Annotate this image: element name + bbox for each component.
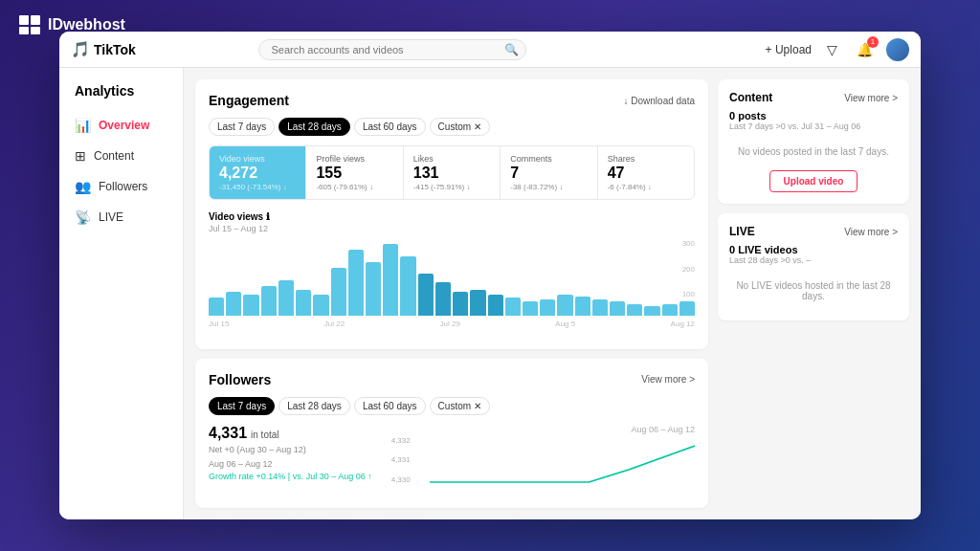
live-videos-count: 0 LIVE videos [729,244,898,255]
content-no-data: No videos posted in the last 7 days. [729,139,898,165]
content-view-more[interactable]: View more > [844,93,898,103]
followers-panel: Followers View more > Last 7 days Last 2… [195,359,708,508]
bar-7 [331,268,346,316]
bar-9 [366,262,381,316]
filter-custom[interactable]: Custom ✕ [430,118,490,136]
bar-13 [435,282,451,316]
live-panel-header: LIVE View more > [729,225,898,238]
bar-8 [348,250,364,316]
bar-19 [540,299,555,317]
content-posts-count: 0 posts [729,110,898,121]
content-label: Content [94,149,134,163]
content-icon: ⊞ [75,148,86,164]
bar-16 [488,295,503,317]
live-label: LIVE [99,210,123,224]
stat-shares: Shares 47 -6 (-7.84%) ↓ [598,146,694,199]
sidebar: Analytics 📊 Overview ⊞ Content 👥 Followe… [59,68,184,519]
followers-chart [430,436,695,484]
stat-comments: Comments 7 -38 (-83.72%) ↓ [501,146,597,199]
stat-likes-change: -415 (-75.91%) ↓ [413,183,490,191]
stat-comments-value: 7 [510,165,587,181]
overview-icon: 📊 [75,118,91,133]
followers-y-4332: 4,332 [391,436,411,445]
stat-comments-change: -38 (-83.72%) ↓ [510,183,587,191]
search-bar: 🔍 [258,39,526,60]
search-icon: 🔍 [504,43,519,56]
bar-5 [296,290,311,317]
y-labels: 300 200 100 [682,239,695,316]
stat-likes-label: Likes [413,154,490,164]
x-label-5: Aug 12 [671,320,695,328]
bar-25 [644,306,659,316]
bar-1 [226,292,241,316]
stat-comments-label: Comments [510,154,587,164]
bar-26 [662,304,678,317]
x-labels: Jul 15 Jul 22 Jul 29 Aug 5 Aug 12 [209,320,695,328]
chart-subtitle: Jul 15 – Aug 12 [209,224,695,233]
sidebar-item-content[interactable]: ⊞ Content [59,141,183,171]
engagement-header: Engagement ↓ Download data [209,93,695,108]
followers-view-more[interactable]: View more > [641,374,695,385]
stat-video-views-change: -31,450 (-73.54%) ↓ [219,183,296,191]
bar-24 [627,304,642,317]
bar-22 [592,299,608,317]
sidebar-item-followers[interactable]: 👥 Followers [59,171,183,202]
bar-0 [209,298,224,316]
download-link[interactable]: ↓ Download data [624,96,696,106]
search-input[interactable] [258,39,526,60]
bar-11 [400,256,415,317]
stat-shares-value: 47 [608,165,684,181]
notification-btn[interactable]: 🔔 1 [854,38,877,61]
live-panel-title: LIVE [729,225,755,238]
upload-video-button[interactable]: Upload video [769,170,858,192]
filter-last7[interactable]: Last 7 days [209,118,275,136]
engagement-chart: 300 200 100 [209,239,695,316]
x-label-2: Jul 22 [324,320,345,328]
upload-button[interactable]: + Upload [766,43,812,56]
bar-17 [505,298,521,316]
stat-profile-change: -605 (-79.61%) ↓ [316,183,392,191]
engagement-title: Engagement [209,93,289,108]
live-view-more[interactable]: View more > [844,227,898,237]
followers-time-filters: Last 7 days Last 28 days Last 60 days Cu… [209,397,695,415]
y-label-300: 300 [682,239,695,248]
engagement-time-filters: Last 7 days Last 28 days Last 60 days Cu… [209,118,695,136]
content-right-panel: Content View more > 0 posts Last 7 days … [718,79,909,204]
followers-filter-last7[interactable]: Last 7 days [209,397,275,415]
followers-icon: 👥 [75,179,91,194]
followers-filter-custom[interactable]: Custom ✕ [430,397,490,415]
followers-filter-last28[interactable]: Last 28 days [278,397,350,415]
followers-y-4330: 4,330 [391,475,411,484]
bar-3 [261,286,277,316]
filter-last28[interactable]: Last 28 days [278,118,350,136]
filter-icon-btn[interactable]: ▽ [821,38,844,61]
followers-detail1: Net +0 (Aug 30 – Aug 12) [209,444,372,456]
x-label-4: Aug 5 [555,320,575,328]
bar-20 [557,295,572,317]
followers-detail2: Aug 06 – Aug 12 [209,458,372,471]
filter-last60[interactable]: Last 60 days [354,118,426,136]
y-label-200: 200 [682,265,695,274]
sidebar-title: Analytics [59,83,183,110]
followers-count-suffix: in total [251,430,278,440]
stat-shares-change: -6 (-7.84%) ↓ [608,183,684,191]
stat-video-views: Video views 4,272 -31,450 (-73.54%) ↓ [210,146,306,199]
bar-6 [313,295,328,317]
bar-18 [523,301,538,316]
sidebar-item-overview[interactable]: 📊 Overview [59,110,183,141]
x-label-1: Jul 15 [209,320,229,328]
followers-filter-last60[interactable]: Last 60 days [354,397,426,415]
stat-video-views-label: Video views [219,154,296,164]
bar-15 [470,290,485,317]
avatar[interactable] [886,38,909,61]
filter-icon: ▽ [827,42,837,57]
stat-profile-label: Profile views [316,154,392,164]
live-right-panel: LIVE View more > 0 LIVE videos Last 28 d… [718,213,909,320]
sidebar-item-live[interactable]: 📡 LIVE [59,202,183,232]
svg-rect-3 [31,27,40,34]
followers-label: Followers [99,180,147,193]
stat-shares-label: Shares [608,154,684,164]
followers-header: Followers View more > [209,372,695,387]
y-label-100: 100 [682,290,695,298]
bar-2 [243,295,258,317]
